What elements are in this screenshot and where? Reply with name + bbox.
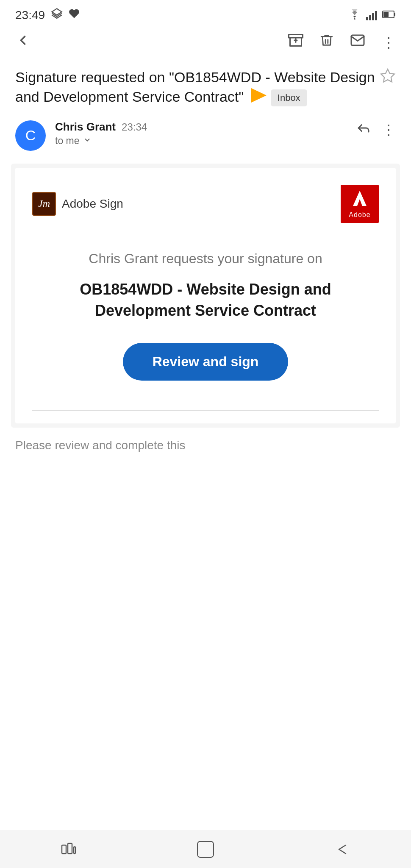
email-subject-area: Signature requested on "OB1854WDD - Webs… xyxy=(0,58,411,116)
layers-icon xyxy=(51,8,63,22)
battery-icon xyxy=(382,10,396,21)
heart-icon xyxy=(69,8,80,22)
svg-rect-11 xyxy=(62,845,66,854)
svg-rect-12 xyxy=(68,843,72,854)
svg-marker-8 xyxy=(381,69,394,82)
email-body: Chris Grant requests your signature on O… xyxy=(32,236,379,402)
email-card-wrapper: Jm Adobe Sign Adobe Chris Grant requests… xyxy=(11,164,400,428)
divider xyxy=(32,410,379,411)
adobe-a-icon xyxy=(350,189,369,210)
mail-button[interactable] xyxy=(350,33,365,52)
email-subject: Signature requested on "OB1854WDD - Webs… xyxy=(15,68,375,108)
footer-preview: Please review and complete this xyxy=(0,428,411,456)
more-options-button[interactable]: ⋮ xyxy=(381,34,396,51)
star-button[interactable] xyxy=(380,67,396,87)
adobe-sign-icon: Jm xyxy=(32,192,56,216)
status-icons xyxy=(348,9,396,21)
sender-time: 23:34 xyxy=(122,121,147,133)
adobe-header: Jm Adobe Sign Adobe xyxy=(32,185,379,223)
review-and-sign-button[interactable]: Review and sign xyxy=(123,343,289,381)
inbox-badge: Inbox xyxy=(271,89,307,106)
delete-button[interactable] xyxy=(319,33,334,52)
sender-to-label: to me xyxy=(55,135,80,147)
svg-rect-4 xyxy=(383,12,389,17)
adobe-sign-logo: Jm Adobe Sign xyxy=(32,192,123,216)
chevron-down-icon[interactable] xyxy=(83,136,92,146)
sender-info: Chris Grant 23:34 to me xyxy=(55,120,347,147)
signal-icon xyxy=(366,10,377,20)
sender-row: C Chris Grant 23:34 to me ⋮ xyxy=(0,116,411,159)
status-bar: 23:49 xyxy=(0,0,411,27)
status-time: 23:49 xyxy=(15,8,45,22)
email-card: Jm Adobe Sign Adobe Chris Grant requests… xyxy=(15,168,396,423)
svg-rect-13 xyxy=(74,847,75,854)
document-title: OB1854WDD - Website Design and Developme… xyxy=(41,279,370,322)
action-bar: ⋮ xyxy=(0,27,411,58)
svg-rect-5 xyxy=(289,35,303,38)
adobe-brand-badge: Adobe xyxy=(341,185,379,223)
svg-point-1 xyxy=(354,18,355,19)
nav-home-button[interactable] xyxy=(197,841,214,858)
priority-icon xyxy=(251,88,267,108)
sender-more-button[interactable]: ⋮ xyxy=(381,121,396,138)
nav-recents-button[interactable] xyxy=(60,841,77,858)
subject-text: Signature requested on "OB1854WDD - Webs… xyxy=(15,69,375,105)
sender-name: Chris Grant xyxy=(55,120,116,134)
archive-button[interactable] xyxy=(288,33,303,52)
svg-rect-3 xyxy=(394,13,395,16)
svg-marker-7 xyxy=(251,88,267,103)
request-text: Chris Grant requests your signature on xyxy=(41,248,370,269)
back-button[interactable] xyxy=(15,33,31,52)
nav-back-button[interactable] xyxy=(334,841,351,858)
wifi-icon xyxy=(348,9,361,21)
reply-button[interactable] xyxy=(356,120,371,139)
adobe-brand-label: Adobe xyxy=(349,211,370,219)
sender-actions: ⋮ xyxy=(356,120,396,139)
sender-avatar: C xyxy=(15,120,46,151)
bottom-nav xyxy=(0,830,411,868)
adobe-sign-label: Adobe Sign xyxy=(62,197,123,211)
